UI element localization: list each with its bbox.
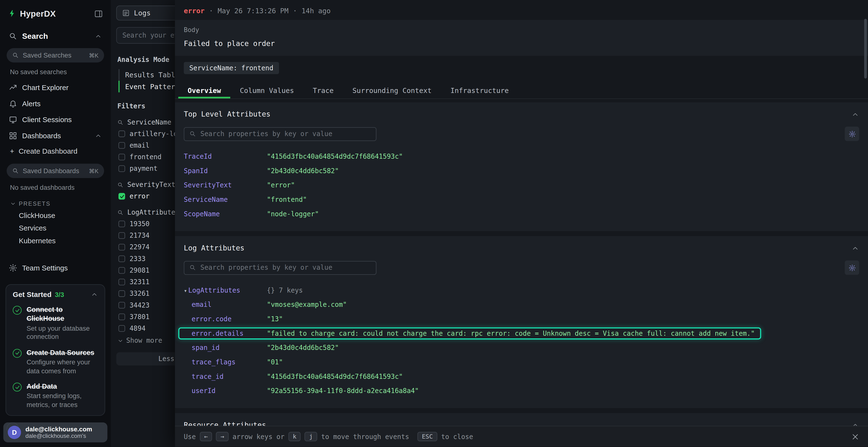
checkbox[interactable] — [118, 255, 125, 262]
attribute-row[interactable]: trace_id"4156d3fbc40a64854d9dc7f68641593… — [184, 370, 859, 384]
search-icon — [189, 131, 196, 137]
detail-sections: Top Level Attributes — [175, 97, 868, 447]
shortcut-badge: ⌘K — [89, 52, 98, 59]
collapse-sidebar-icon[interactable] — [94, 9, 103, 18]
tab-surrounding-context[interactable]: Surrounding Context — [343, 82, 441, 99]
detail-tabs: Overview Column Values Trace Surrounding… — [175, 80, 868, 99]
body-value: Failed to place order — [184, 39, 859, 47]
key-right-arrow: → — [216, 432, 228, 441]
event-relative-time: 14h ago — [301, 7, 331, 15]
checkbox[interactable] — [118, 142, 125, 149]
top-level-attributes-table: TraceId"4156d3fbc40a64854d9dc7f68641593c… — [184, 149, 859, 221]
checkbox[interactable] — [118, 232, 125, 239]
checkbox[interactable] — [118, 314, 125, 320]
checkbox[interactable] — [118, 165, 125, 172]
event-body-card: Body Failed to place order — [175, 20, 868, 56]
key-j: j — [305, 432, 317, 441]
checkbox[interactable] — [118, 290, 125, 297]
saved-searches-input[interactable]: ⌘K — [7, 48, 104, 63]
property-search-field[interactable] — [200, 264, 371, 271]
check-circle-icon — [13, 349, 22, 358]
create-dashboard-button[interactable]: + Create Dashboard — [5, 143, 105, 160]
sidebar-item-services[interactable]: Services — [5, 222, 105, 235]
attribute-row[interactable]: span_id"2b43d0c4dd6bc582" — [184, 341, 859, 355]
search-icon[interactable] — [117, 119, 123, 125]
attribute-row[interactable]: TraceId"4156d3fbc40a64854d9dc7f68641593c… — [184, 149, 859, 164]
sidebar-item-kubernetes[interactable]: Kubernetes — [5, 234, 105, 247]
saved-dashboards-input[interactable]: ⌘K — [7, 164, 104, 178]
get-started-step[interactable]: Add Data Start sending logs, metrics, or… — [13, 382, 98, 410]
plus-icon: + — [10, 147, 14, 156]
caret-down-icon[interactable]: ▾ — [184, 287, 187, 294]
settings-icon-button[interactable] — [845, 127, 859, 141]
checkbox[interactable] — [118, 302, 125, 309]
collapse-section-icon[interactable] — [851, 244, 859, 252]
severity-badge: error — [184, 7, 205, 15]
saved-searches-field[interactable] — [23, 51, 85, 59]
checkbox[interactable] — [118, 220, 125, 227]
get-started-step[interactable]: Connect to ClickHouse Set up your databa… — [13, 305, 98, 342]
sidebar-item-client-sessions[interactable]: Client Sessions — [5, 112, 105, 127]
collapse-section-icon[interactable] — [851, 110, 859, 118]
attribute-row[interactable]: SeverityText"error" — [184, 178, 859, 193]
search-icon[interactable] — [117, 209, 123, 215]
property-search-field[interactable] — [200, 130, 371, 138]
attribute-row[interactable]: trace_flags"01" — [184, 355, 859, 370]
tab-overview[interactable]: Overview — [178, 82, 230, 99]
sidebar-item-team-settings[interactable]: Team Settings — [5, 260, 105, 275]
tree-root-row[interactable]: ▾LogAttributes {} 7 keys — [184, 283, 859, 298]
saved-dashboards-field[interactable] — [23, 167, 85, 175]
checkbox[interactable] — [118, 267, 125, 274]
tab-trace[interactable]: Trace — [303, 82, 343, 99]
monitor-icon — [9, 115, 17, 124]
chevron-down-icon — [117, 338, 123, 344]
attribute-row[interactable]: ScopeName"node-logger" — [184, 207, 859, 221]
settings-icon-button[interactable] — [845, 260, 859, 275]
no-saved-dashboards-text: No saved dashboards — [5, 178, 105, 195]
sidebar-item-search[interactable]: Search — [5, 28, 105, 44]
log-attributes-section: Log Attributes — [175, 236, 868, 408]
attribute-row[interactable]: ServiceName"frontend" — [184, 193, 859, 207]
attribute-row[interactable]: userId"92a55156-39a4-11f0-8ddd-a2eca416a… — [184, 384, 859, 398]
attribute-row[interactable]: error.code"13" — [184, 312, 859, 326]
keys-count-badge: {} 7 keys — [267, 286, 303, 294]
sidebar-item-alerts[interactable]: Alerts — [5, 96, 105, 111]
attribute-row[interactable]: email"vmoses@example.com" — [184, 298, 859, 312]
sidebar-item-dashboards[interactable]: Dashboards — [5, 128, 105, 143]
top-level-attributes-section: Top Level Attributes — [175, 102, 868, 231]
hyperdx-logo-icon — [8, 9, 16, 18]
keyboard-hint-bar: Use ← → arrow keys or k j to move throug… — [175, 426, 868, 447]
logs-icon — [122, 9, 129, 16]
checkbox[interactable] — [118, 153, 125, 161]
chevron-up-icon — [95, 32, 102, 39]
chevron-up-icon[interactable] — [91, 291, 98, 298]
property-search-input[interactable] — [184, 127, 376, 141]
tab-infrastructure[interactable]: Infrastructure — [441, 82, 518, 99]
get-started-step[interactable]: Create Data Sources Configure where your… — [13, 348, 98, 376]
property-search-input[interactable] — [184, 261, 376, 275]
service-name-tag[interactable]: ServiceName: frontend — [184, 62, 279, 74]
sidebar-item-clickhouse[interactable]: ClickHouse — [5, 209, 105, 222]
checkbox[interactable] — [118, 279, 125, 285]
close-panel-button[interactable] — [851, 433, 859, 441]
checkbox[interactable] — [118, 131, 125, 137]
user-menu[interactable]: D dale@clickhouse.com dale@clickhouse.co… — [3, 422, 107, 442]
attribute-row-highlighted[interactable]: error.details "failed to charge card: co… — [184, 326, 859, 341]
key-left-arrow: ← — [199, 432, 212, 441]
search-icon[interactable] — [117, 182, 123, 187]
scrollbar[interactable] — [864, 19, 867, 78]
search-section-icon — [9, 32, 17, 40]
checkbox[interactable] — [118, 244, 125, 251]
tab-column-values[interactable]: Column Values — [230, 82, 304, 99]
checkbox-checked[interactable] — [118, 193, 125, 200]
sidebar-item-chart-explorer[interactable]: Chart Explorer — [5, 80, 105, 95]
app-window: HyperDX Search ⌘K No saved searches — [0, 0, 868, 447]
event-header: error · May 26 7:13:26 PM · 14h ago — [175, 0, 868, 20]
event-timestamp: May 26 7:13:26 PM — [218, 7, 289, 15]
get-started-card: Get Started 3/3 Connect to ClickHouse Se… — [5, 284, 105, 415]
attribute-row[interactable]: SpanId"2b43d0c4dd6bc582" — [184, 164, 859, 178]
checkbox[interactable] — [118, 325, 125, 332]
presets-toggle[interactable]: PRESETS — [5, 195, 105, 209]
body-label: Body — [184, 26, 859, 34]
get-started-progress: 3/3 — [55, 291, 87, 299]
